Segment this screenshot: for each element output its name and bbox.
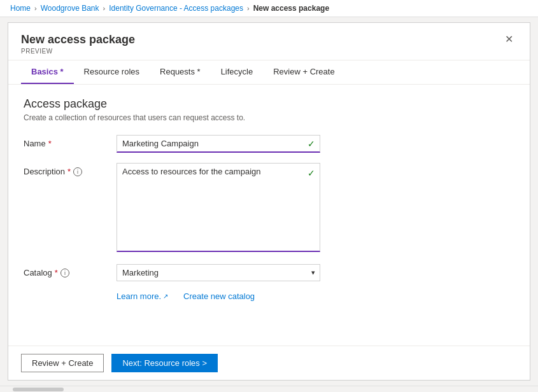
description-form-row: Description* i ✓ [24,163,514,254]
breadcrumb: Home › Woodgrove Bank › Identity Governa… [0,0,538,17]
tab-requests[interactable]: Requests * [150,60,211,84]
description-check-icon: ✓ [308,168,315,178]
catalog-select[interactable]: Marketing General Finance HR [117,264,320,281]
tab-resource-roles[interactable]: Resource roles [74,60,150,84]
panel-header: New access package PREVIEW ✕ [8,23,530,60]
description-label: Description* i [24,163,106,176]
breadcrumb-woodgrove[interactable]: Woodgrove Bank [41,4,99,13]
catalog-form-row: Catalog* i Marketing General Finance HR … [24,264,514,281]
breadcrumb-home[interactable]: Home [10,4,31,13]
tab-basics[interactable]: Basics * [21,60,74,84]
tabs-bar: Basics * Resource roles Requests * Lifec… [8,60,530,85]
catalog-select-wrapper: Marketing General Finance HR ▾ [117,264,320,281]
name-label: Name* [24,135,106,148]
catalog-form-control: Marketing General Finance HR ▾ [117,264,320,281]
name-check-icon: ✓ [308,139,315,149]
name-required-star: * [48,139,52,148]
breadcrumb-identity-governance[interactable]: Identity Governance - Access packages [109,4,243,13]
review-create-button[interactable]: Review + Create [21,354,104,372]
description-form-control: ✓ [117,163,320,254]
bc-sep-3: › [247,4,250,12]
panel-title-group: New access package PREVIEW [21,33,135,55]
name-form-row: Name* ✓ [24,135,514,153]
horizontal-scrollbar[interactable] [0,386,538,392]
breadcrumb-current: New access package [253,4,329,13]
section-description: Create a collection of resources that us… [24,113,514,122]
external-link-icon: ↗ [163,293,168,300]
bc-sep-2: › [103,4,106,12]
description-textarea-wrapper: ✓ [117,163,320,254]
learn-more-link[interactable]: Learn more. ↗ [117,291,168,301]
catalog-label: Catalog* i [24,264,106,277]
panel: New access package PREVIEW ✕ Basics * Re… [8,22,530,381]
name-form-control: ✓ [117,135,320,153]
tab-lifecycle[interactable]: Lifecycle [211,60,264,84]
create-catalog-link[interactable]: Create new catalog [183,291,255,301]
name-input-wrapper: ✓ [117,135,320,153]
next-resource-roles-button[interactable]: Next: Resource roles > [111,354,218,372]
panel-subtitle: PREVIEW [21,48,135,55]
tab-review-create[interactable]: Review + Create [263,60,344,84]
panel-footer: Review + Create Next: Resource roles > [8,346,530,380]
description-info-icon: i [73,167,82,176]
panel-content: Access package Create a collection of re… [8,85,530,346]
scrollbar-thumb [13,388,64,391]
catalog-required-star: * [55,268,58,277]
name-input[interactable] [117,135,320,153]
bc-sep-1: › [34,4,37,12]
links-row: Learn more. ↗ Create new catalog [117,291,514,301]
section-title: Access package [24,97,514,111]
close-button[interactable]: ✕ [501,33,517,46]
description-textarea[interactable] [117,163,320,252]
catalog-info-icon: i [60,269,69,277]
desc-required-star: * [67,167,71,176]
panel-title: New access package [21,33,135,46]
